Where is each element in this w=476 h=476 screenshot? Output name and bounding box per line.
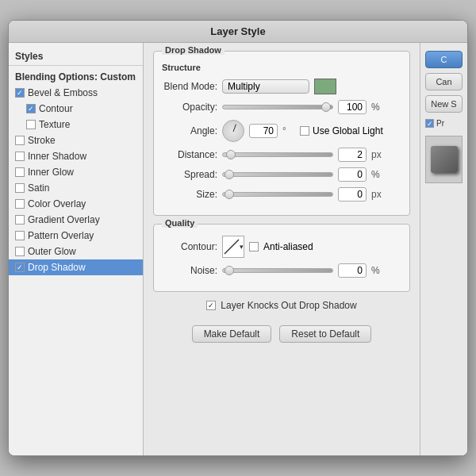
angle-dial[interactable] [222, 120, 244, 142]
distance-input[interactable] [338, 148, 367, 162]
sidebar-item-bevel-label: Bevel & Emboss [28, 87, 98, 98]
opacity-row: Opacity: % [162, 100, 401, 114]
right-panel: C Can New S Pr [420, 43, 467, 455]
noise-label: Noise: [162, 265, 217, 276]
dialog-title-bar: Layer Style [9, 21, 467, 43]
dialog-title: Layer Style [210, 25, 265, 37]
angle-input[interactable] [249, 124, 278, 138]
cancel-button[interactable]: Can [425, 73, 463, 90]
section-drop-shadow-title: Drop Shadow [162, 45, 225, 55]
contour-preview[interactable]: ▾ [222, 236, 244, 258]
knocks-out-checkbox[interactable] [206, 301, 216, 310]
sidebar-item-satin-label: Satin [28, 182, 49, 194]
stroke-checkbox[interactable] [15, 136, 25, 145]
inner-shadow-checkbox[interactable] [15, 152, 25, 161]
spread-input[interactable] [338, 167, 367, 182]
shadow-color-swatch[interactable] [314, 79, 336, 94]
size-unit: px [371, 189, 384, 200]
sidebar-item-color-overlay[interactable]: Color Overlay [9, 196, 143, 212]
noise-slider[interactable] [222, 268, 333, 273]
sidebar-item-color-overlay-label: Color Overlay [28, 198, 86, 209]
color-overlay-checkbox[interactable] [15, 199, 25, 209]
sidebar-item-pattern-overlay-label: Pattern Overlay [28, 230, 94, 241]
satin-checkbox[interactable] [15, 183, 25, 193]
sidebar-item-bevel-emboss[interactable]: Bevel & Emboss [9, 85, 143, 101]
noise-slider-thumb[interactable] [225, 266, 234, 275]
size-label: Size: [162, 189, 217, 200]
spread-slider[interactable] [222, 172, 333, 177]
contour-label: Contour: [162, 241, 217, 252]
spread-unit: % [371, 169, 384, 180]
noise-unit: % [371, 265, 384, 276]
opacity-input[interactable] [338, 100, 367, 114]
section-content-structure: Structure Blend Mode: Multiply Normal Di… [154, 52, 409, 215]
noise-input[interactable] [338, 263, 367, 278]
sidebar-item-outer-glow[interactable]: Outer Glow [9, 244, 143, 259]
spread-label: Spread: [162, 169, 217, 180]
opacity-slider-thumb[interactable] [321, 102, 331, 112]
spread-slider-thumb[interactable] [225, 170, 234, 179]
size-input[interactable] [338, 187, 367, 202]
sidebar-item-texture[interactable]: Texture [9, 117, 143, 132]
sidebar-item-blending-options-label: Blending Options: Custom [15, 71, 136, 83]
anti-aliased-label: Anti-aliased [263, 241, 313, 252]
sidebar-item-satin[interactable]: Satin [9, 180, 143, 196]
outer-glow-checkbox[interactable] [15, 247, 25, 256]
blend-mode-label: Blend Mode: [162, 81, 217, 92]
texture-checkbox[interactable] [26, 120, 36, 129]
sidebar-item-inner-glow[interactable]: Inner Glow [9, 164, 143, 180]
knocks-out-label: Layer Knocks Out Drop Shadow [221, 300, 356, 311]
opacity-label: Opacity: [162, 102, 217, 113]
blend-mode-select[interactable]: Multiply Normal Dissolve Screen Overlay [222, 79, 309, 94]
size-slider-thumb[interactable] [225, 190, 234, 199]
gradient-overlay-checkbox[interactable] [15, 215, 25, 225]
angle-unit: ° [282, 125, 295, 136]
make-default-button[interactable]: Make Default [192, 325, 272, 343]
angle-row: Angle: ° Use Global Light [162, 120, 401, 142]
global-light-label: Use Global Light [313, 125, 383, 136]
sidebar-item-blending-options[interactable]: Blending Options: Custom [9, 69, 143, 85]
sidebar-item-contour[interactable]: Contour [9, 101, 143, 117]
preview-inner [431, 146, 458, 173]
quality-label: Quality [162, 218, 198, 228]
spread-row: Spread: % [162, 167, 401, 182]
size-slider[interactable] [222, 192, 333, 197]
sidebar-item-inner-glow-label: Inner Glow [28, 167, 74, 178]
distance-slider-thumb[interactable] [226, 150, 236, 159]
distance-unit: px [371, 149, 384, 160]
opacity-slider[interactable] [222, 105, 333, 109]
quality-section: Quality Contour: ▾ Anti-aliased [153, 224, 410, 292]
sidebar-item-outer-glow-label: Outer Glow [28, 246, 76, 257]
reset-default-button[interactable]: Reset to Default [279, 325, 371, 343]
sidebar-item-pattern-overlay[interactable]: Pattern Overlay [9, 228, 143, 244]
quality-content: Contour: ▾ Anti-aliased Noise: [154, 225, 409, 291]
layer-style-dialog: Layer Style Styles Blending Options: Cus… [8, 20, 468, 456]
sidebar-item-drop-shadow[interactable]: Drop Shadow [9, 259, 143, 275]
sidebar-item-texture-label: Texture [39, 119, 70, 130]
structure-section: Drop Shadow Structure Blend Mode: Multip… [153, 51, 410, 216]
preview-row: Pr [425, 119, 463, 128]
pattern-overlay-checkbox[interactable] [15, 231, 25, 240]
distance-row: Distance: px [162, 148, 401, 162]
middle-panel: Drop Shadow Structure Blend Mode: Multip… [144, 43, 420, 455]
preview-label: Pr [436, 119, 444, 128]
new-style-button[interactable]: New S [425, 95, 463, 113]
global-light-checkbox[interactable] [300, 126, 309, 136]
ok-button[interactable]: C [425, 51, 463, 68]
sidebar-item-inner-shadow[interactable]: Inner Shadow [9, 148, 143, 164]
global-light-row: Use Global Light [300, 125, 383, 136]
sidebar-item-stroke[interactable]: Stroke [9, 132, 143, 148]
bevel-emboss-checkbox[interactable] [15, 88, 25, 98]
blend-mode-row: Blend Mode: Multiply Normal Dissolve Scr… [162, 79, 401, 94]
preview-checkbox[interactable] [425, 119, 434, 128]
drop-shadow-checkbox[interactable] [15, 263, 25, 272]
inner-glow-checkbox[interactable] [15, 167, 25, 177]
size-row: Size: px [162, 187, 401, 202]
anti-aliased-checkbox[interactable] [249, 242, 259, 251]
distance-slider[interactable] [222, 152, 333, 157]
preview-box [425, 136, 463, 183]
sidebar-item-inner-shadow-label: Inner Shadow [28, 151, 86, 162]
sidebar-item-gradient-overlay[interactable]: Gradient Overlay [9, 212, 143, 228]
sidebar-item-contour-label: Contour [39, 103, 73, 114]
contour-checkbox[interactable] [26, 104, 36, 113]
